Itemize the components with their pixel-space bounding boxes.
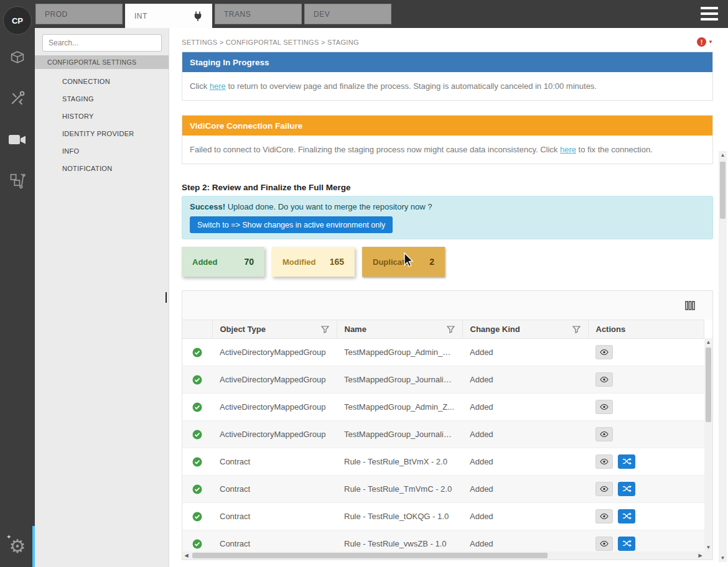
menu-icon[interactable] [701, 7, 718, 21]
object-type-cell: ActiveDirectoryMappedGroup [212, 394, 337, 421]
switch-view-button[interactable]: Switch to => Show changes in active envi… [190, 216, 393, 233]
sidebar-section-configportal-settings[interactable]: CONFIGPORTAL SETTINGS [35, 55, 169, 69]
name-column-header: Name [337, 320, 462, 339]
sparkle-icon: ✦ [6, 533, 11, 540]
view-button[interactable] [595, 400, 613, 414]
merge-button[interactable] [618, 454, 635, 469]
scroll-left-arrow[interactable]: ◀ [182, 551, 190, 560]
sidebar-item-notification[interactable]: NOTIFICATION [35, 160, 169, 177]
main-content: SETTINGS > CONFIGPORTAL SETTINGS > STAGI… [169, 28, 728, 567]
delivery-icon[interactable] [0, 168, 35, 193]
added-status-icon [192, 457, 202, 467]
view-button[interactable] [595, 345, 613, 359]
success-text: Upload done. Do you want to merge the re… [225, 202, 432, 211]
object-type-cell: ActiveDirectoryMappedGroup [212, 366, 337, 394]
added-status-icon [192, 484, 202, 494]
tools-icon[interactable] [0, 86, 35, 111]
merge-button[interactable] [618, 509, 635, 523]
name-cell: TestMappedGroup_Admin_Z... [337, 394, 462, 421]
view-button[interactable] [595, 537, 613, 551]
page-vertical-scrollbar[interactable]: ▲ ▼ [719, 151, 727, 562]
change-kind-cell: Added [462, 476, 588, 503]
scrollbar-corner [704, 551, 712, 560]
merge-button[interactable] [618, 537, 635, 551]
filter-icon[interactable] [572, 326, 581, 333]
vidicore-here-link[interactable]: here [560, 145, 576, 154]
staging-banner-title: Staging In Progress [182, 52, 712, 72]
view-button[interactable] [595, 482, 613, 496]
sidebar-menu: CONNECTION STAGING HISTORY IDENTITY PROV… [35, 73, 169, 177]
added-status-icon [192, 430, 202, 440]
tab-trans[interactable]: TRANS [215, 4, 302, 24]
chevron-down-icon: ▼ [708, 39, 713, 45]
topbar: PROD INT TRANS DEV [0, 0, 728, 28]
tab-int[interactable]: INT [125, 4, 212, 28]
search-input[interactable] [42, 34, 162, 52]
table-row[interactable]: Contract Rule - TestRule_tOKQG - 1.0 Add… [182, 503, 704, 530]
scroll-down-arrow[interactable]: ▼ [719, 554, 727, 562]
column-chooser-icon[interactable] [685, 301, 695, 310]
scroll-right-arrow[interactable]: ▶ [696, 551, 704, 560]
status-column-header [182, 320, 212, 339]
text-cursor-artifact [166, 292, 167, 303]
package-icon[interactable] [0, 45, 35, 70]
filter-icon[interactable] [447, 326, 455, 333]
view-button[interactable] [595, 509, 613, 523]
camera-icon[interactable] [0, 127, 35, 152]
table-horizontal-scrollbar[interactable]: ◀ ▶ [182, 551, 704, 560]
name-cell: Rule - TestRule_BtVmX - 2.0 [337, 448, 462, 476]
sidebar-item-staging[interactable]: STAGING [35, 90, 169, 108]
tab-prod[interactable]: PROD [35, 4, 123, 24]
added-status-icon [192, 348, 202, 357]
table-row[interactable]: Contract Rule - TestRule_BtVmX - 2.0 Add… [182, 448, 704, 476]
scroll-down-arrow[interactable]: ▼ [704, 543, 712, 551]
vidicore-banner-body: Failed to connect to VidiCore. Finalizin… [182, 136, 712, 164]
staging-here-link[interactable]: here [210, 81, 226, 91]
table-row[interactable]: ActiveDirectoryMappedGroup TestMappedGro… [182, 366, 704, 394]
table-row[interactable]: Contract Rule - TestRule_TmVmC - 2.0 Add… [182, 476, 704, 503]
sidebar-item-identity-provider[interactable]: IDENTITY PROVIDER [35, 125, 169, 142]
vidicore-body-prefix: Failed to connect to VidiCore. Finalizin… [190, 145, 560, 154]
change-summary: Added 70 Modified 165 Duplicate 2 [182, 247, 713, 277]
duplicate-filter-card[interactable]: Duplicate 2 [362, 247, 445, 277]
table-vertical-scrollbar[interactable]: ▲ ▼ [704, 338, 712, 551]
added-label: Added [192, 257, 217, 267]
duplicate-label: Duplicate [373, 257, 409, 267]
table-row[interactable]: ActiveDirectoryMappedGroup TestMappedGro… [182, 339, 704, 366]
object-type-cell: Contract [212, 476, 337, 503]
table-row[interactable]: ActiveDirectoryMappedGroup TestMappedGro… [182, 421, 704, 448]
avatar[interactable]: CP [3, 6, 32, 35]
settings-gear-icon[interactable]: ⚙✦ [0, 532, 35, 560]
sidebar-item-info[interactable]: INFO [35, 142, 169, 160]
name-cell: TestMappedGroup_Admin_G... [337, 339, 462, 366]
scrollbar-thumb[interactable] [192, 553, 548, 558]
added-filter-card[interactable]: Added 70 [182, 247, 264, 277]
object-type-cell: Contract [212, 448, 337, 476]
modified-filter-card[interactable]: Modified 165 [272, 247, 355, 277]
name-cell: TestMappedGroup_Journalist... [337, 421, 462, 448]
filter-icon[interactable] [321, 326, 329, 333]
success-label: Success! [190, 202, 225, 211]
staging-body-suffix: to return to overview page and finalize … [226, 81, 597, 91]
breadcrumb: SETTINGS > CONFIGPORTAL SETTINGS > STAGI… [182, 39, 359, 46]
table-row[interactable]: ActiveDirectoryMappedGroup TestMappedGro… [182, 394, 704, 421]
change-kind-cell: Added [462, 503, 588, 530]
sidebar-item-history[interactable]: HISTORY [35, 108, 169, 125]
tab-dev[interactable]: DEV [304, 4, 391, 24]
alert-dropdown[interactable]: ! ▼ [697, 37, 713, 47]
changes-table-card: Object Type Name Change Kind Actions [182, 290, 713, 560]
scrollbar-thumb[interactable] [720, 162, 726, 219]
view-button[interactable] [595, 454, 613, 469]
view-button[interactable] [595, 372, 613, 387]
change-kind-cell: Added [462, 421, 588, 448]
table-toolbar [182, 291, 712, 320]
name-cell: TestMappedGroup_Journalist... [337, 366, 462, 394]
sidebar-item-connection[interactable]: CONNECTION [35, 73, 169, 90]
change-kind-cell: Added [462, 339, 588, 366]
added-status-icon [192, 539, 202, 549]
merge-button[interactable] [618, 482, 635, 496]
scroll-up-arrow[interactable]: ▲ [719, 151, 727, 159]
scrollbar-thumb[interactable] [706, 348, 711, 422]
view-button[interactable] [595, 427, 613, 441]
scroll-up-arrow[interactable]: ▲ [704, 338, 712, 346]
